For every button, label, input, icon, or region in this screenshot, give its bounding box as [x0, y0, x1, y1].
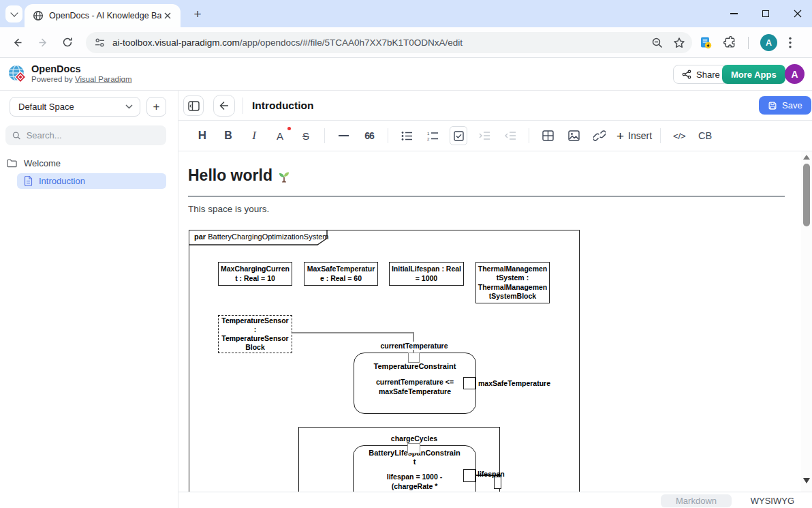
- browser-menu-kebab-icon[interactable]: [789, 37, 792, 48]
- sidebar-item-welcome[interactable]: Welcome: [7, 155, 170, 170]
- folder-icon: [7, 159, 17, 168]
- numbered-list-icon: 12: [427, 131, 439, 141]
- task-list-button[interactable]: [450, 126, 467, 145]
- forward-arrow-icon: [37, 37, 49, 48]
- browser-tab[interactable]: OpenDocs - AI Knowledge Base: [25, 4, 181, 27]
- globe-favicon-icon: [33, 10, 44, 21]
- save-floppy-icon: [768, 101, 777, 110]
- save-button[interactable]: Save: [759, 96, 811, 115]
- divider: [324, 128, 325, 143]
- checkbox-icon: [454, 131, 464, 141]
- heading-button[interactable]: H: [193, 126, 211, 145]
- svg-text:1: 1: [427, 131, 430, 135]
- back-arrow-icon: [219, 101, 230, 110]
- address-bar[interactable]: ai-toolbox.visual-paradigm.com/app/opend…: [86, 32, 692, 53]
- block-temperature-sensor: TemperatureSensor : TemperatureSensor Bl…: [218, 315, 292, 353]
- more-apps-button[interactable]: More Apps: [722, 65, 785, 84]
- chevron-down-icon: [10, 9, 18, 16]
- wysiwyg-mode-button[interactable]: WYSIWYG: [745, 494, 800, 507]
- image-button[interactable]: [565, 126, 582, 145]
- search-input[interactable]: [27, 130, 159, 140]
- panel-toggle-icon: [188, 101, 200, 111]
- label-lifespan: lifespan: [478, 470, 505, 478]
- chevron-down-icon: [125, 104, 133, 109]
- doc-download-icon[interactable]: [699, 36, 712, 49]
- table-button[interactable]: [539, 126, 557, 145]
- svg-text:2: 2: [427, 137, 430, 141]
- bullet-list-button[interactable]: [398, 126, 416, 145]
- table-icon: [542, 130, 554, 141]
- content-area: Introduction Save H B I A S 66 12 +Inser…: [178, 91, 812, 508]
- document-heading: Hello world: [188, 166, 292, 185]
- browser-toolbar: ai-toolbox.visual-paradigm.com/app/opend…: [0, 27, 812, 58]
- divider: [660, 128, 661, 143]
- editor-statusbar: Markdown WYSIWYG: [178, 492, 812, 508]
- port-partial-bottom: [494, 477, 501, 489]
- bullet-list-icon: [401, 131, 413, 141]
- horizontal-rule-button[interactable]: [334, 126, 352, 145]
- document-editor[interactable]: Hello world This space is yours. par Bat…: [178, 151, 801, 492]
- extensions-puzzle-icon[interactable]: [723, 36, 736, 49]
- user-avatar[interactable]: A: [785, 64, 805, 84]
- browser-reload-button[interactable]: [57, 32, 78, 53]
- port-max-safe-temperature: [463, 377, 475, 389]
- close-icon: [794, 10, 802, 18]
- space-selector[interactable]: Default Space: [10, 97, 140, 117]
- toggle-sidebar-button[interactable]: [183, 95, 204, 116]
- divider: [529, 128, 529, 143]
- window-minimize-button[interactable]: [718, 0, 749, 27]
- constraint-title: TemperatureConstraint: [354, 362, 475, 371]
- search-icon: [12, 131, 21, 140]
- outdent-icon: [505, 131, 516, 140]
- code-block-button[interactable]: CB: [696, 126, 714, 145]
- port-charge-cycles: [407, 443, 420, 453]
- scrollbar-thumb[interactable]: [803, 164, 810, 226]
- app-title: OpenDocs: [31, 63, 81, 74]
- italic-button[interactable]: I: [245, 126, 263, 145]
- label-charge-cycles: chargeCycles: [369, 434, 460, 443]
- url-path: /app/opendocs/#/file/5TCAA0h7XX7bK1T0ODN…: [240, 38, 463, 48]
- scroll-down-arrow-icon[interactable]: [803, 478, 810, 483]
- browser-back-button[interactable]: [7, 32, 27, 53]
- new-tab-button[interactable]: +: [189, 6, 206, 23]
- inline-code-button[interactable]: </>: [670, 126, 688, 145]
- scroll-up-arrow-icon[interactable]: [803, 155, 810, 160]
- scrollbar[interactable]: [801, 151, 812, 492]
- formatting-toolbar: H B I A S 66 12 +Insert </> CB: [178, 121, 812, 151]
- browser-forward-button[interactable]: [33, 32, 53, 53]
- minimize-icon: [730, 13, 738, 14]
- document-icon: [24, 176, 33, 186]
- sidebar: Default Space + Welcome Introduction: [0, 91, 178, 508]
- bookmark-star-icon[interactable]: [673, 37, 685, 49]
- horizontal-rule-icon: [339, 135, 349, 136]
- value-box-max-charging-current: MaxChargingCurren t : Real = 10: [218, 262, 292, 286]
- browser-titlebar: OpenDocs - AI Knowledge Base +: [0, 0, 812, 27]
- tab-title: OpenDocs - AI Knowledge Base: [49, 11, 161, 20]
- search-box[interactable]: [5, 125, 166, 145]
- outdent-button[interactable]: [501, 126, 519, 145]
- bold-button[interactable]: B: [219, 126, 237, 145]
- browser-profile-avatar[interactable]: A: [760, 34, 777, 51]
- strikethrough-button[interactable]: S: [297, 126, 315, 145]
- document-header: Introduction Save: [178, 91, 812, 121]
- sidebar-item-introduction[interactable]: Introduction: [17, 173, 166, 189]
- tab-close-button[interactable]: [161, 10, 174, 22]
- visual-paradigm-logo: [7, 64, 28, 85]
- blockquote-button[interactable]: 66: [360, 126, 378, 145]
- tab-search-chevron-button[interactable]: [5, 5, 22, 23]
- text-color-button[interactable]: A: [271, 126, 289, 145]
- share-button[interactable]: Share: [673, 65, 729, 84]
- window-close-button[interactable]: [782, 0, 812, 27]
- zoom-out-icon[interactable]: [651, 37, 663, 49]
- insert-button[interactable]: +Insert: [616, 130, 652, 143]
- markdown-mode-button[interactable]: Markdown: [661, 494, 732, 507]
- indent-button[interactable]: [475, 126, 493, 145]
- link-button[interactable]: [591, 126, 608, 145]
- browser-actions: A: [699, 27, 792, 58]
- back-arrow-icon: [12, 37, 23, 48]
- numbered-list-button[interactable]: 12: [424, 126, 441, 145]
- add-space-button[interactable]: +: [146, 97, 166, 117]
- window-maximize-button[interactable]: [750, 0, 781, 27]
- document-back-button[interactable]: [213, 95, 235, 117]
- visual-paradigm-link[interactable]: Visual Paradigm: [75, 75, 132, 83]
